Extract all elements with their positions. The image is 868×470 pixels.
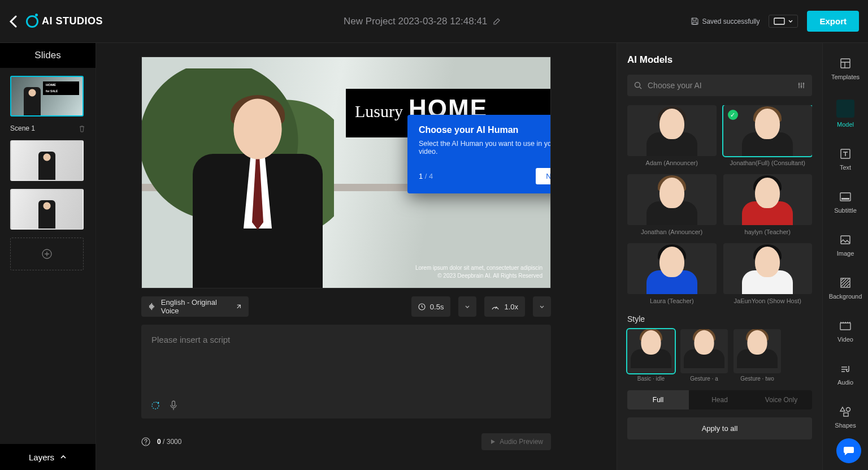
chevron-down-icon [788, 20, 793, 23]
save-icon [691, 18, 698, 25]
rail-image[interactable]: Image [823, 231, 868, 259]
rail-shapes[interactable]: Shapes [823, 403, 868, 431]
gauge-icon [491, 304, 500, 310]
tooltip-body: Select the AI Human you want to use in y… [419, 140, 551, 156]
apply-to-all-button[interactable]: Apply to all [627, 417, 812, 439]
seg-head[interactable]: Head [689, 390, 750, 409]
app-logo: AI STUDIOS [26, 15, 103, 28]
chevron-up-icon [60, 455, 67, 459]
logo-text: AI STUDIOS [42, 15, 103, 27]
ai-assist-icon[interactable] [150, 400, 160, 411]
project-title[interactable]: New Project 2023-03-28 12:48:41 [344, 16, 487, 27]
svg-point-8 [798, 84, 800, 85]
model-tile-jonathan-full[interactable]: ✓ [723, 105, 813, 156]
models-panel-title: AI Models [627, 54, 812, 66]
seg-full[interactable]: Full [627, 390, 689, 409]
support-chat-button[interactable] [836, 438, 861, 463]
subtitle-icon [839, 190, 852, 204]
monitor-icon [774, 18, 785, 25]
right-tool-rail: Templates Model Text Subtittle Image Bac… [823, 43, 868, 470]
video-icon [839, 319, 852, 333]
rail-model[interactable]: Model [823, 97, 868, 130]
edit-title-icon[interactable] [493, 18, 501, 25]
speed-dropdown[interactable] [533, 296, 551, 317]
script-textarea[interactable]: Please insert a script [141, 325, 551, 419]
ai-models-panel: AI Models Choose your AI Adam (Announcer… [617, 43, 823, 470]
svg-point-7 [635, 83, 640, 88]
svg-rect-11 [841, 59, 850, 68]
slides-panel-title: Slides [0, 43, 96, 68]
person-icon [836, 100, 854, 118]
tooltip-title: Choose your AI Human [419, 125, 551, 135]
model-search[interactable]: Choose your AI [627, 75, 812, 96]
style-heading: Style [627, 314, 812, 324]
style-tile-2[interactable] [680, 329, 728, 373]
svg-point-10 [803, 83, 805, 85]
aspect-ratio-selector[interactable] [769, 15, 798, 28]
clock-icon [418, 303, 426, 311]
tooltip-next-button[interactable]: Next [536, 168, 551, 184]
rail-text[interactable]: Text [823, 145, 868, 173]
search-icon [634, 81, 642, 89]
check-icon: ✓ [728, 110, 738, 120]
model-tile-laura[interactable] [627, 243, 717, 294]
char-counter: 0 / 3000 [157, 438, 181, 446]
top-bar: AI STUDIOS New Project 2023-03-28 12:48:… [0, 0, 868, 43]
slide-thumb-3[interactable] [10, 189, 84, 230]
back-button[interactable] [9, 15, 17, 28]
microphone-icon[interactable] [170, 400, 177, 411]
speed-control[interactable]: 1.0x [484, 296, 525, 317]
seg-voice[interactable]: Voice Only [750, 390, 812, 409]
canvas-preview[interactable]: Lusury HOME Lorem ipsum dolor sit amet, … [141, 57, 551, 288]
playback-controls: English - Original Voice 0.5s 1.0x [141, 296, 551, 317]
add-slide-button[interactable] [10, 238, 84, 270]
plus-circle-icon [42, 249, 52, 259]
svg-rect-5 [172, 401, 175, 406]
styles-row: Basic · idle Gesture · a Gesture · two [627, 329, 812, 382]
language-selector[interactable]: English - Original Voice [141, 296, 249, 317]
image-icon [839, 233, 852, 247]
audio-preview-button[interactable]: Audio Preview [481, 433, 551, 450]
editor-center: Lusury HOME Lorem ipsum dolor sit amet, … [96, 43, 617, 470]
svg-rect-15 [841, 198, 849, 200]
play-icon [489, 438, 496, 445]
audio-icon [839, 362, 852, 376]
slide-thumb-2[interactable] [10, 140, 84, 181]
svg-point-9 [801, 86, 802, 88]
scene-label: Scene 1 [10, 124, 35, 132]
style-tile-1[interactable] [627, 329, 675, 373]
watermark-text: Lorem ipsum dolor sit amet, consectetuer… [415, 264, 542, 280]
ai-presenter[interactable] [193, 98, 323, 288]
shapes-icon [839, 405, 852, 419]
external-link-icon [236, 303, 242, 310]
body-segmented-control: Full Head Voice Only [627, 390, 812, 409]
model-tile-haylyn[interactable] [723, 174, 813, 225]
script-placeholder: Please insert a script [151, 335, 230, 344]
svg-point-4 [158, 402, 159, 404]
save-status: Saved successfully [691, 18, 760, 25]
model-tile-adam[interactable] [627, 105, 717, 156]
rail-templates[interactable]: Templates [823, 54, 868, 83]
help-icon[interactable] [141, 437, 150, 446]
delete-scene-icon[interactable] [79, 125, 85, 132]
duration-dropdown[interactable] [458, 296, 476, 317]
svg-rect-18 [840, 323, 850, 330]
svg-rect-20 [844, 413, 848, 416]
templates-icon [839, 57, 852, 70]
rail-video[interactable]: Video [823, 317, 868, 345]
export-button[interactable]: Export [807, 11, 859, 32]
rail-subtitle[interactable]: Subtittle [823, 188, 868, 216]
rail-audio[interactable]: Audio [823, 360, 868, 388]
filter-sliders-icon[interactable] [797, 81, 805, 89]
style-tile-3[interactable] [734, 329, 781, 373]
onboarding-tooltip: Choose your AI Human Select the AI Human… [407, 115, 551, 193]
rail-background[interactable]: Background [823, 274, 868, 302]
model-tile-jonathan[interactable] [627, 174, 717, 225]
background-icon [839, 276, 852, 290]
text-icon [839, 147, 852, 161]
layers-toggle[interactable]: Layers [0, 444, 96, 470]
model-tile-jaeunyoon[interactable] [723, 243, 813, 294]
slide-thumb-1[interactable]: HOMEfor SALE [10, 76, 84, 117]
voice-icon [148, 302, 157, 311]
duration-control[interactable]: 0.5s [411, 296, 451, 317]
